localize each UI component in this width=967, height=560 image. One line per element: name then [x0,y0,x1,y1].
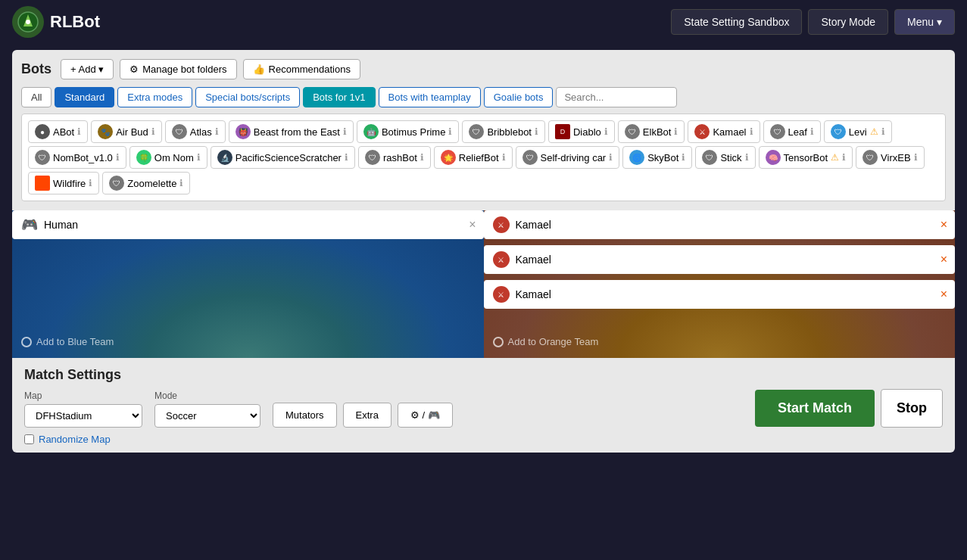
botimus-info-icon[interactable]: ℹ [448,126,452,137]
filter-standard[interactable]: Standard [55,87,114,107]
abot-info-icon[interactable]: ℹ [77,126,81,137]
bot-item-virxeb[interactable]: 🛡 VirxEB ℹ [856,146,925,169]
rashbot-info-icon[interactable]: ℹ [420,152,424,163]
filter-all[interactable]: All [21,87,51,107]
kamael3-close-button[interactable]: × [940,288,947,301]
steam-gamepad-button[interactable]: ⚙ / 🎮 [398,403,453,428]
bot-item-botimus[interactable]: 🤖 Botimus Prime ℹ [357,120,460,143]
levi-label: Levi [849,126,867,138]
bot-item-reliefbot[interactable]: 🌟 ReliefBot ℹ [434,146,513,169]
add-orange-team-button[interactable]: Add to Orange Team [493,336,599,347]
reliefbot-info-icon[interactable]: ℹ [502,152,506,163]
tensorbot-info-icon[interactable]: ℹ [842,152,846,163]
pacific-info-icon[interactable]: ℹ [345,152,348,163]
kamael1-close-button[interactable]: × [940,218,947,232]
add-blue-team-button[interactable]: Add to Blue Team [21,336,114,347]
wildfire-label: Wildfire [53,178,86,189]
bot-item-selfdriving[interactable]: 🛡 Self-driving car ℹ [516,146,620,169]
stick-info-icon[interactable]: ℹ [745,152,749,163]
mode-label: Mode [154,390,260,401]
story-mode-button[interactable]: Story Mode [808,9,888,35]
bot-item-atlas[interactable]: 🛡 Atlas ℹ [165,120,226,143]
airbud-info-icon[interactable]: ℹ [151,126,155,137]
bot-item-pacific[interactable]: 🔬 PacificScienceScratcher ℹ [211,146,355,169]
kamael2-close-button[interactable]: × [940,253,947,266]
elkbot-label: ElkBot [643,126,672,138]
bot-item-rashbot[interactable]: 🛡 rashBot ℹ [358,146,431,169]
bot-item-levi[interactable]: 🛡 Levi ⚠ ℹ [824,120,892,143]
bot-item-diablo[interactable]: D Diablo ℹ [548,120,615,143]
filter-teamplay[interactable]: Bots with teamplay [379,87,481,107]
map-select[interactable]: DFHStadium Mannfield ChampionsField Urba… [24,404,142,428]
skybot-info-icon[interactable]: ℹ [682,152,685,163]
bot-item-elkbot[interactable]: 🛡 ElkBot ℹ [618,120,685,143]
virxeb-info-icon[interactable]: ℹ [914,152,918,163]
human-icon: 🎮 [21,216,38,233]
extra-button[interactable]: Extra [343,403,391,428]
orange-player-kamael-2: ⚔ Kamael × [484,245,956,274]
manage-bot-folders-button[interactable]: ⚙ Manage bot folders [120,59,236,79]
atlas-info-icon[interactable]: ℹ [215,126,219,137]
selfdriving-info-icon[interactable]: ℹ [609,152,613,163]
menu-button[interactable]: Menu ▾ [894,9,955,35]
logo-text: RLBot [50,12,100,32]
filter-goalie[interactable]: Goalie bots [484,87,554,107]
steam-icon: ⚙ / 🎮 [410,409,440,421]
bot-item-zoomelette[interactable]: 🛡 Zoomelette ℹ [102,172,190,194]
mutators-button[interactable]: Mutators [273,403,337,428]
skybot-avatar: 🌀 [629,150,644,165]
filter-row: All Standard Extra modes Special bots/sc… [21,87,946,107]
omnom-info-icon[interactable]: ℹ [197,152,201,163]
bribblebot-info-icon[interactable]: ℹ [535,126,538,137]
add-dot-orange [493,337,504,347]
kamael3-avatar: ⚔ [493,286,510,303]
filter-bots-1v1[interactable]: Bots for 1v1 [303,87,375,107]
start-match-button[interactable]: Start Match [755,390,875,427]
search-input[interactable] [556,87,677,107]
kamael1-label: Kamael [516,219,551,231]
human-close-button[interactable]: × [469,218,476,232]
rlbot-logo-svg [17,11,39,33]
leaf-label: Leaf [788,126,807,138]
randomize-checkbox[interactable] [24,434,34,444]
filter-special-bots[interactable]: Special bots/scripts [195,87,300,107]
bot-item-bribblebot[interactable]: 🛡 Bribblebot ℹ [462,120,545,143]
tensorbot-avatar: 🧠 [766,150,781,165]
bribblebot-label: Bribblebot [487,126,532,138]
bot-item-airbud[interactable]: 🐾 Air Bud ℹ [91,120,162,143]
bot-item-stick[interactable]: 🛡 Stick ℹ [695,146,755,169]
bot-item-nombot[interactable]: 🛡 NomBot_v1.0 ℹ [28,146,126,169]
elkbot-info-icon[interactable]: ℹ [674,126,678,137]
beast-info-icon[interactable]: ℹ [343,126,347,137]
bot-item-beast[interactable]: 👹 Beast from the East ℹ [229,120,354,143]
zoomelette-label: Zoomelette [127,178,176,189]
wildfire-info-icon[interactable]: ℹ [89,178,92,188]
filter-extra-modes[interactable]: Extra modes [117,87,192,107]
bot-item-abot[interactable]: ● ABot ℹ [28,120,88,143]
bot-item-wildfire[interactable]: Wildfire ℹ [28,172,99,194]
leaf-info-icon[interactable]: ℹ [810,126,814,137]
elkbot-avatar: 🛡 [625,124,640,139]
stop-button[interactable]: Stop [881,389,943,428]
manage-label: Manage bot folders [142,64,226,75]
kamael-info-icon[interactable]: ℹ [750,126,753,137]
bot-item-tensorbot[interactable]: 🧠 TensorBot ⚠ ℹ [759,146,853,169]
levi-avatar: 🛡 [831,124,846,139]
diablo-info-icon[interactable]: ℹ [604,126,608,137]
nombot-info-icon[interactable]: ℹ [116,152,120,163]
map-setting: Map DFHStadium Mannfield ChampionsField … [24,390,142,428]
add-button[interactable]: + Add ▾ [61,59,114,79]
kamael2-label: Kamael [516,254,551,266]
settings-buttons: Mutators Extra ⚙ / 🎮 [273,403,453,428]
levi-info-icon[interactable]: ℹ [881,126,885,137]
bots-header: Bots + Add ▾ ⚙ Manage bot folders 👍 Reco… [21,59,946,79]
recommendations-button[interactable]: 👍 Recommendations [243,59,360,79]
state-sandbox-button[interactable]: State Setting Sandbox [671,9,802,35]
bot-item-kamael[interactable]: ⚔ Kamael ℹ [688,120,760,143]
bot-item-leaf[interactable]: 🛡 Leaf ℹ [763,120,821,143]
bot-item-omnom[interactable]: 🍀 Om Nom ℹ [129,146,207,169]
zoomelette-info-icon[interactable]: ℹ [179,178,183,188]
add-button-label: + Add ▾ [70,64,104,75]
mode-select[interactable]: Soccer Hoops Dropshot Hockey Rumble Heat… [154,404,260,428]
bot-item-skybot[interactable]: 🌀 SkyBot ℹ [622,146,692,169]
